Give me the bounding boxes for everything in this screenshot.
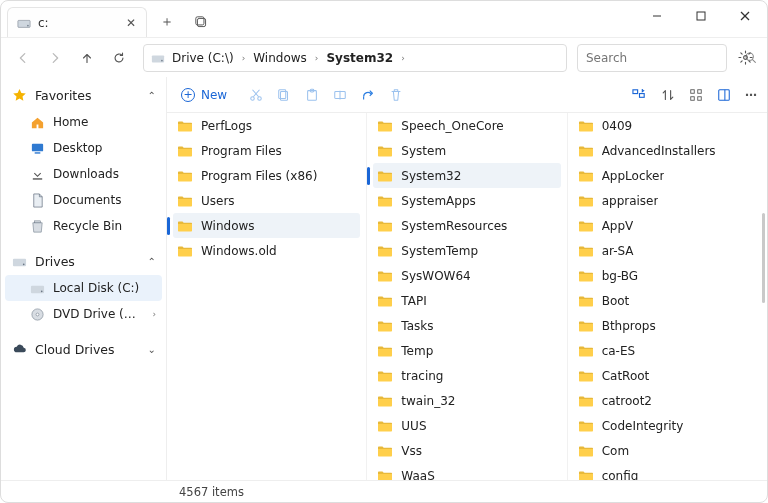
- folder-icon: [578, 118, 594, 134]
- chevron-right-icon: ›: [399, 53, 407, 63]
- file-item[interactable]: Vss: [367, 438, 566, 463]
- sidebar-item[interactable]: DVD Drive (D:) CCCOMA_X›: [1, 301, 166, 327]
- sidebar-group-favorites[interactable]: Favorites ⌃: [1, 81, 166, 109]
- file-item[interactable]: Temp: [367, 338, 566, 363]
- sidebar-item[interactable]: Desktop: [1, 135, 166, 161]
- file-item[interactable]: Com: [568, 438, 767, 463]
- more-icon[interactable]: ⋯: [745, 88, 759, 102]
- folder-icon: [177, 118, 193, 134]
- file-item[interactable]: CodeIntegrity: [568, 413, 767, 438]
- file-item[interactable]: WaaS: [367, 463, 566, 480]
- file-item[interactable]: config: [568, 463, 767, 480]
- details-pane-icon[interactable]: [717, 88, 731, 102]
- cut-icon[interactable]: [249, 88, 263, 102]
- file-item[interactable]: Windows: [173, 213, 360, 238]
- sidebar-item[interactable]: Local Disk (C:): [5, 275, 162, 301]
- svg-point-13: [743, 56, 747, 60]
- search-box[interactable]: [577, 44, 727, 72]
- file-item[interactable]: SystemApps: [367, 188, 566, 213]
- window-minimize[interactable]: [635, 1, 679, 31]
- file-item[interactable]: tracing: [367, 363, 566, 388]
- sidebar-item[interactable]: Documents: [1, 187, 166, 213]
- file-item[interactable]: Windows.old: [167, 238, 366, 263]
- favorites-label: Favorites: [35, 88, 140, 103]
- file-item[interactable]: Program Files: [167, 138, 366, 163]
- file-item[interactable]: AppLocker: [568, 163, 767, 188]
- delete-icon[interactable]: [389, 88, 403, 102]
- drive-icon: [11, 253, 27, 269]
- file-item[interactable]: SysWOW64: [367, 263, 566, 288]
- breadcrumb-segment[interactable]: Windows: [249, 49, 311, 67]
- file-item[interactable]: Tasks: [367, 313, 566, 338]
- breadcrumb-segment[interactable]: Drive (C:\): [168, 49, 238, 67]
- file-item[interactable]: System32: [373, 163, 560, 188]
- drive-icon: [29, 280, 45, 296]
- file-item[interactable]: AppV: [568, 213, 767, 238]
- file-item[interactable]: Speech_OneCore: [367, 113, 566, 138]
- chevron-right-icon: ›: [313, 53, 321, 63]
- folder-icon: [177, 193, 193, 209]
- paste-icon[interactable]: [305, 88, 319, 102]
- folder-icon: [578, 143, 594, 159]
- tab-overview-icon[interactable]: [187, 8, 215, 36]
- sidebar-group-cloud[interactable]: Cloud Drives ⌄: [1, 335, 166, 363]
- sidebar-item[interactable]: Downloads: [1, 161, 166, 187]
- cloud-icon: [11, 341, 27, 357]
- sidebar-item[interactable]: Home: [1, 109, 166, 135]
- window-close[interactable]: [723, 1, 767, 31]
- nav-toolbar: Drive (C:\)› Windows› System32›: [1, 37, 767, 77]
- folder-icon: [578, 318, 594, 334]
- breadcrumb-segment[interactable]: System32: [322, 49, 397, 67]
- svg-rect-6: [697, 12, 705, 20]
- file-item[interactable]: catroot2: [568, 388, 767, 413]
- view-grid-icon[interactable]: [689, 88, 703, 102]
- file-item[interactable]: PerfLogs: [167, 113, 366, 138]
- file-item[interactable]: Users: [167, 188, 366, 213]
- file-item-label: catroot2: [602, 394, 652, 408]
- file-item[interactable]: bg-BG: [568, 263, 767, 288]
- sidebar-group-drives[interactable]: Drives ⌃: [1, 247, 166, 275]
- forward-button[interactable]: [41, 44, 69, 72]
- file-item[interactable]: Bthprops: [568, 313, 767, 338]
- address-bar[interactable]: Drive (C:\)› Windows› System32›: [143, 44, 567, 72]
- settings-button[interactable]: [731, 44, 759, 72]
- scrollbar-thumb[interactable]: [762, 213, 765, 303]
- rename-icon[interactable]: [333, 88, 347, 102]
- file-item[interactable]: System: [367, 138, 566, 163]
- folder-icon: [377, 318, 393, 334]
- file-item[interactable]: AdvancedInstallers: [568, 138, 767, 163]
- share-icon[interactable]: [361, 88, 375, 102]
- file-item-label: Temp: [401, 344, 433, 358]
- new-button[interactable]: + New: [175, 84, 233, 106]
- new-tab-button[interactable]: ＋: [153, 8, 181, 36]
- chevron-up-icon: ⌃: [148, 90, 156, 101]
- file-item[interactable]: 0409: [568, 113, 767, 138]
- chevron-right-icon: ›: [240, 53, 248, 63]
- back-button[interactable]: [9, 44, 37, 72]
- tab-close-icon[interactable]: ✕: [124, 14, 138, 32]
- window-tab[interactable]: c: ✕: [7, 7, 147, 37]
- file-item[interactable]: Program Files (x86): [167, 163, 366, 188]
- file-item[interactable]: Boot: [568, 288, 767, 313]
- search-input[interactable]: [584, 50, 738, 66]
- file-item[interactable]: SystemTemp: [367, 238, 566, 263]
- folder-icon: [177, 243, 193, 259]
- up-button[interactable]: [73, 44, 101, 72]
- file-item[interactable]: twain_32: [367, 388, 566, 413]
- file-item[interactable]: ar-SA: [568, 238, 767, 263]
- file-item[interactable]: CatRoot: [568, 363, 767, 388]
- sidebar-item[interactable]: Recycle Bin: [1, 213, 166, 239]
- sort-toggle-icon[interactable]: [661, 88, 675, 102]
- file-item[interactable]: UUS: [367, 413, 566, 438]
- file-item[interactable]: SystemResources: [367, 213, 566, 238]
- refresh-button[interactable]: [105, 44, 133, 72]
- file-item-label: config: [602, 469, 639, 481]
- folder-icon: [578, 368, 594, 384]
- file-item[interactable]: TAPI: [367, 288, 566, 313]
- file-item[interactable]: ca-ES: [568, 338, 767, 363]
- folder-icon: [377, 218, 393, 234]
- sort-icon[interactable]: [632, 87, 647, 102]
- file-item[interactable]: appraiser: [568, 188, 767, 213]
- window-maximize[interactable]: [679, 1, 723, 31]
- copy-icon[interactable]: [277, 88, 291, 102]
